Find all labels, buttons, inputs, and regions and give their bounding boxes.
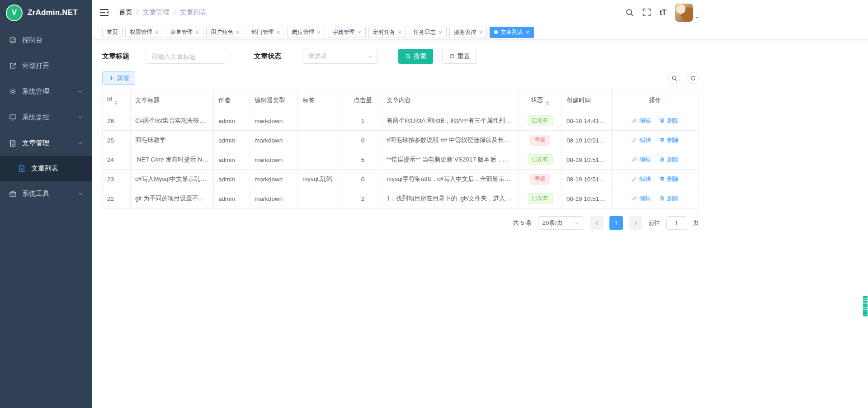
breadcrumb-item[interactable]: 首页 — [119, 8, 132, 17]
sidebar-item-monitor[interactable]: 系统监控 — [0, 104, 92, 130]
edit-link[interactable]: 编辑 — [632, 156, 651, 164]
fullscreen-icon[interactable] — [642, 8, 651, 17]
status-badge: 已发布 — [528, 115, 553, 126]
add-button[interactable]: 新增 — [102, 71, 135, 85]
topbar-actions: tT — [625, 4, 699, 22]
tab-label: 文章列表 — [500, 28, 523, 36]
delete-link[interactable]: 删除 — [659, 195, 679, 203]
tab-close-icon[interactable]: × — [526, 29, 529, 35]
app-title: ZrAdmin.NET — [28, 8, 78, 17]
edit-icon — [632, 195, 637, 201]
tab-article-list[interactable]: 文章列表× — [490, 27, 534, 38]
external-icon — [9, 62, 17, 70]
tab-perm[interactable]: 权限管理× — [125, 27, 163, 38]
sidebar-collapse-icon[interactable] — [99, 9, 109, 16]
refresh-icon — [449, 53, 455, 59]
refresh-table-button[interactable] — [687, 72, 699, 84]
status-filter-select[interactable]: 请选择 — [303, 49, 378, 64]
tab-dict[interactable]: 字典管理× — [328, 27, 366, 38]
delete-link[interactable]: 删除 — [659, 136, 679, 144]
tab-dept[interactable]: 部门管理× — [247, 27, 285, 38]
reset-button[interactable]: 重置 — [442, 49, 477, 64]
tab-close-icon[interactable]: × — [479, 29, 483, 35]
breadcrumb-item[interactable]: 文章管理 — [142, 8, 170, 17]
delete-link[interactable]: 删除 — [659, 175, 679, 183]
tab-close-icon[interactable]: × — [196, 29, 199, 35]
goto-label: 前往 — [648, 219, 660, 227]
scrollbar-thumb[interactable] — [863, 296, 868, 317]
cell-actions: 编辑删除 — [612, 150, 699, 170]
tab-job[interactable]: 定时任务× — [368, 27, 406, 38]
tab-close-icon[interactable]: × — [277, 29, 280, 35]
add-button-label: 新增 — [117, 74, 129, 82]
tab-server[interactable]: 服务监控× — [449, 27, 487, 38]
tab-home[interactable]: 首页 — [102, 27, 123, 38]
tab-menu[interactable]: 菜单管理× — [166, 27, 204, 38]
sidebar-item-tools[interactable]: 系统工具 — [0, 181, 92, 207]
page-size-select[interactable]: 20条/页 — [538, 216, 584, 230]
font-size-icon[interactable]: tT — [660, 9, 666, 17]
column-header-status[interactable]: 状态 — [519, 90, 562, 111]
delete-link[interactable]: 删除 — [659, 156, 679, 164]
edit-icon — [632, 157, 637, 162]
column-header-id[interactable]: id — [103, 90, 131, 111]
tab-role[interactable]: 用户角色× — [206, 27, 244, 38]
column-header-actions: 操作 — [612, 90, 699, 111]
edit-link[interactable]: 编辑 — [632, 175, 651, 183]
sort-caret-icon[interactable] — [114, 100, 118, 105]
sort-caret-icon[interactable] — [546, 101, 549, 105]
chevron-icon — [77, 140, 83, 146]
sidebar-item-dashboard[interactable]: 控制台 — [0, 27, 92, 53]
tab-close-icon[interactable]: × — [439, 29, 442, 35]
table-row: 26C#两个list集合实现关联，...adminmarkdown1有两个lis… — [103, 111, 699, 131]
sidebar-item-label: 系统工具 — [22, 190, 49, 198]
page-number-1[interactable]: 1 — [609, 216, 623, 230]
reset-button-label: 重置 — [458, 52, 470, 61]
cell-author: admin — [214, 170, 250, 189]
edit-link[interactable]: 编辑 — [632, 117, 651, 125]
cell-created: 08-19 10:51:22 — [562, 189, 612, 209]
column-label: 编辑器类型 — [255, 97, 285, 104]
chevron-icon — [77, 114, 83, 120]
cell-id: 23 — [103, 170, 131, 189]
search-button[interactable]: 搜索 — [398, 49, 433, 64]
title-filter-input[interactable] — [146, 49, 225, 64]
user-menu[interactable] — [675, 4, 699, 22]
search-icon[interactable] — [625, 8, 634, 17]
next-page-button[interactable] — [629, 216, 642, 230]
avatar[interactable] — [675, 4, 693, 22]
chevron-down-icon — [574, 220, 580, 226]
tab-close-icon[interactable]: × — [398, 29, 402, 35]
tab-close-icon[interactable]: × — [358, 29, 361, 35]
sidebar-item-article[interactable]: 文章管理 — [0, 130, 92, 156]
tab-close-icon[interactable]: × — [155, 29, 159, 35]
cell-id: 24 — [103, 150, 131, 170]
edit-link[interactable]: 编辑 — [632, 195, 651, 203]
sidebar-item-external[interactable]: 外部打开 — [0, 53, 92, 79]
sidebar-item-system[interactable]: 系统管理 — [0, 79, 92, 104]
goto-page-input[interactable] — [666, 216, 687, 230]
chevron-icon — [77, 191, 83, 197]
cell-tags — [298, 189, 344, 209]
toggle-search-button[interactable] — [668, 72, 680, 84]
edit-label: 编辑 — [639, 136, 651, 144]
edit-link[interactable]: 编辑 — [632, 136, 651, 144]
tab-close-icon[interactable]: × — [236, 29, 240, 35]
article-table: id文章标题作者编辑器类型标签点击量文章内容状态创建时间操作 26C#两个lis… — [102, 90, 699, 209]
tab-post[interactable]: 岗位管理× — [287, 27, 325, 38]
tab-close-icon[interactable]: × — [317, 29, 321, 35]
chevron-down-icon — [368, 54, 373, 59]
column-label: 创建时间 — [566, 97, 591, 104]
table-header-row: id文章标题作者编辑器类型标签点击量文章内容状态创建时间操作 — [103, 90, 699, 111]
cell-status: 已发布 — [519, 111, 562, 131]
total-count: 共 5 条 — [513, 219, 532, 227]
column-header-clicks: 点击量 — [344, 90, 382, 111]
filter-bar: 文章标题 文章状态 请选择 搜索 — [102, 49, 699, 64]
sidebar-subitem-article-list[interactable]: 文章列表 — [0, 156, 92, 181]
column-label: 操作 — [649, 97, 661, 104]
cell-title: c#写入Mysql中文显示乱码 ... — [131, 170, 214, 189]
delete-link[interactable]: 删除 — [659, 117, 679, 125]
prev-page-button[interactable] — [590, 216, 604, 230]
tab-label: 服务监控 — [454, 28, 476, 36]
tab-joblog[interactable]: 任务日志× — [409, 27, 447, 38]
